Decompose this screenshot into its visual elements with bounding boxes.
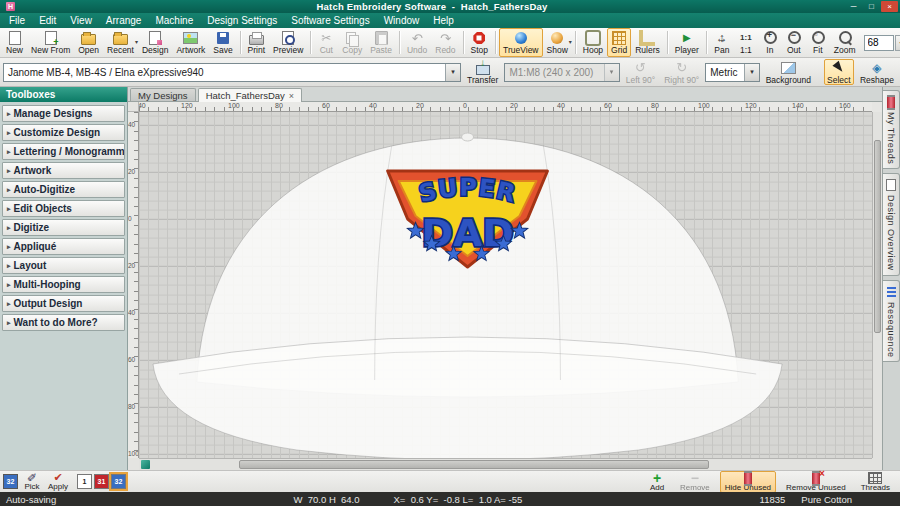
ruler-label: 60 [128,357,135,364]
grid-button[interactable]: Grid [607,28,631,57]
menu-help[interactable]: Help [426,13,461,28]
transfer-button[interactable]: Transfer [464,59,502,86]
thread-color-31[interactable]: 31 [94,474,109,489]
thread-color-32[interactable]: 32 [111,474,126,489]
ruler-label: 40 [128,122,135,129]
menu-design-settings[interactable]: Design Settings [200,13,284,28]
fit-button[interactable]: Fit [806,28,830,57]
dropdown-caret-icon[interactable]: ▾ [744,64,759,81]
open-button[interactable]: Open [74,28,103,57]
pick-color-button[interactable]: Pick [21,472,43,491]
add-button[interactable]: Add [644,471,670,493]
player-button[interactable]: Player [671,28,703,57]
button-label: TrueView [503,46,538,55]
vertical-scrollbar[interactable] [872,112,882,458]
ruler-label: 20 [416,102,424,109]
recent-button[interactable]: Recent▾ [103,28,138,57]
close-tab-icon[interactable]: × [289,91,294,101]
new-button[interactable]: New [2,28,27,57]
toolbox-appliqu[interactable]: ▸Appliqué [2,238,125,255]
in-button[interactable]: In [758,28,782,57]
menu-arrange[interactable]: Arrange [99,13,149,28]
dropdown-caret-icon[interactable]: ▾ [445,64,460,81]
copy-icon [344,31,360,45]
reshape-icon [869,61,885,75]
tab-hatch-fathersday[interactable]: Hatch_FathersDay× [198,88,302,102]
1-1-button[interactable]: 1:1 [734,28,758,57]
zoom-fit-icon [810,31,826,45]
button-label: 1:1 [740,46,752,55]
toolbox-digitize[interactable]: ▸Digitize [2,219,125,236]
maximize-button[interactable]: □ [863,1,880,12]
close-button[interactable]: × [881,1,898,12]
thread-color-1[interactable]: 1 [77,474,92,489]
design-size-readout: W 70.0 H 64.0 [294,494,360,505]
design-canvas[interactable]: SUPER DAD [139,112,872,458]
rulers-button[interactable]: Rulers [631,28,664,57]
ruler-label: 40 [369,102,377,109]
menu-window[interactable]: Window [377,13,427,28]
menu-edit[interactable]: Edit [32,13,63,28]
vertical-scrollbar-thumb[interactable] [874,140,881,334]
print-button[interactable]: Print [244,28,269,57]
panel-tab-my-threads[interactable]: My Threads [883,90,900,169]
preview-button[interactable]: Preview [269,28,307,57]
panel-tab-design-overview[interactable]: Design Overview [883,173,900,276]
out-button[interactable]: Out [782,28,806,57]
toolbox-want-to-do-more[interactable]: ▸Want to do More? [2,314,125,331]
menu-software-settings[interactable]: Software Settings [284,13,376,28]
artwork-button[interactable]: Artwork [172,28,209,57]
toolbox-lettering-monogramming[interactable]: ▸Lettering / Monogramming [2,143,125,160]
design-tab-bar: My DesignsHatch_FathersDay× [128,87,882,102]
button-label: Show [547,46,568,55]
toolbox-layout[interactable]: ▸Layout [2,257,125,274]
toolbox-multi-hooping[interactable]: ▸Multi-Hooping [2,276,125,293]
toolbox-edit-objects[interactable]: ▸Edit Objects [2,200,125,217]
trueview-button[interactable]: TrueView [499,28,542,57]
minimize-button[interactable]: ─ [845,1,862,12]
zoom-dropdown-caret-icon[interactable]: ▾ [895,35,900,51]
units-select[interactable]: Metric ▾ [705,63,760,82]
select-tool-button[interactable]: Select [824,59,854,86]
toolbox-artwork[interactable]: ▸Artwork [2,162,125,179]
pan-button[interactable]: Pan [710,28,734,57]
redo-button: Redo [431,28,459,57]
save-button[interactable]: Save [209,28,236,57]
tab-my-designs[interactable]: My Designs [130,88,196,101]
overview-button[interactable] [139,459,152,470]
canvas-column: My DesignsHatch_FathersDay× 140120100806… [128,87,882,470]
autosave-status: Auto-saving [6,494,56,505]
toolbox-auto-digitize[interactable]: ▸Auto-Digitize [2,181,125,198]
toolbox-customize-design[interactable]: ▸Customize Design [2,124,125,141]
current-thread-swatch[interactable]: 32 [3,474,18,489]
hide-unused-button[interactable]: Hide Unused [720,471,776,493]
machine-select[interactable]: Janome MB-4, MB-4S / Elna eXpressive940 … [3,63,461,82]
hoop-button[interactable]: Hoop [579,28,607,57]
horizontal-scrollbar-thumb[interactable] [239,460,709,469]
machine-select-value: Janome MB-4, MB-4S / Elna eXpressive940 [4,67,445,78]
reshape-tool-button[interactable]: Reshape [857,59,897,86]
show-button[interactable]: Show▾ [543,28,572,57]
apply-color-button[interactable]: Apply [46,472,70,491]
stop-button[interactable]: Stop [467,28,493,57]
toolbar-separator [575,31,576,54]
design-button[interactable]: Design [138,28,172,57]
artwork-icon [183,31,199,45]
menu-machine[interactable]: Machine [148,13,200,28]
grid-icon [611,31,627,45]
button-label: Transfer [467,76,498,85]
menu-view[interactable]: View [63,13,99,28]
zoom-button[interactable]: Zoom [830,28,860,57]
toolbox-output-design[interactable]: ▸Output Design [2,295,125,312]
zoom-level-input[interactable] [864,35,894,51]
toolbox-manage-designs[interactable]: ▸Manage Designs [2,105,125,122]
threads-button[interactable]: Threads [856,471,895,493]
menu-file[interactable]: File [2,13,32,28]
horizontal-scrollbar[interactable] [139,458,872,470]
panel-tab-resequence[interactable]: Resequence [883,280,900,363]
ruler-label: 120 [181,102,193,109]
canvas-artwork: SUPER DAD [139,112,872,458]
background-button[interactable]: Background [763,59,814,86]
remove-unused-button[interactable]: Remove Unused [781,471,851,493]
new-from-button[interactable]: New From [27,28,74,57]
